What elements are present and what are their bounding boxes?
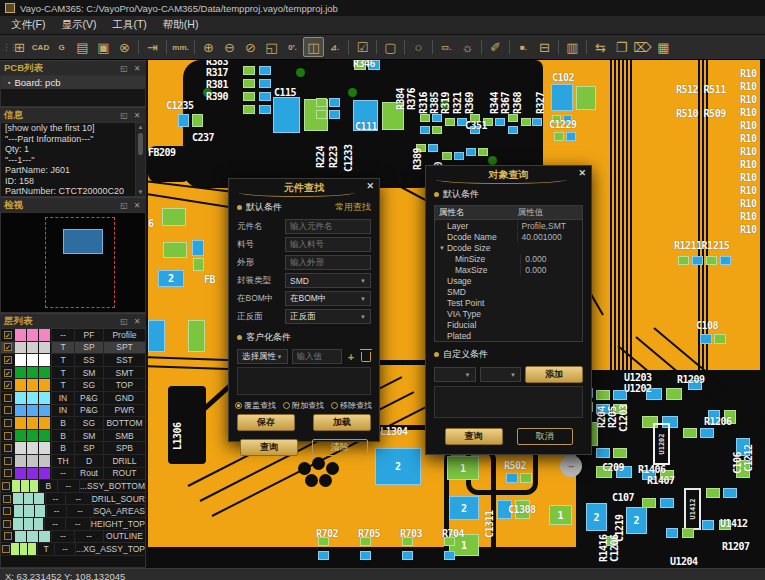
attribute-row[interactable]: MinSize0.000 <box>435 253 582 264</box>
layer-row-ssybottom[interactable]: B--...SSY_BOTTOM <box>1 480 145 493</box>
dialog-object-query[interactable]: 对象查询 ✕ 默认条件 属性名 属性值 LayerProfile,SMTDcod… <box>425 165 592 455</box>
draw-pen-icon[interactable]: ✐ <box>485 37 506 57</box>
float-panel-icon[interactable]: ◱ <box>119 201 129 210</box>
save-file-icon[interactable]: ▣ <box>93 37 114 57</box>
swap-compare-icon[interactable]: ⇆ <box>590 37 611 57</box>
value-input[interactable]: 输入值 <box>292 349 343 364</box>
light-bulb-icon[interactable]: ☼ <box>457 37 478 57</box>
dialog-title-bar[interactable]: 元件查找 ✕ <box>229 179 379 197</box>
pcb-component[interactable] <box>192 114 203 127</box>
layer-color-swatch[interactable] <box>15 354 52 366</box>
pcb-component[interactable] <box>678 256 689 265</box>
pcb-component[interactable] <box>243 105 255 114</box>
pcb-component[interactable] <box>318 551 329 560</box>
layer-row-drillsour[interactable]: ----DRILL_SOUR <box>1 493 145 506</box>
menu-item-t[interactable]: 工具(T) <box>104 16 154 34</box>
pcb-component[interactable]: 2 <box>158 270 184 287</box>
zoom-in-icon[interactable]: ⊕ <box>198 37 219 57</box>
checkbox-icon[interactable] <box>4 444 12 452</box>
select-circle-icon[interactable]: ○ <box>408 37 429 57</box>
pcb-component[interactable]: − <box>560 455 582 477</box>
layer-row-drill[interactable]: THDDRILL <box>1 455 145 468</box>
checkbox-icon[interactable] <box>4 457 12 465</box>
pcb-component[interactable] <box>445 118 455 126</box>
checkbox-icon[interactable]: ✓ <box>4 356 12 364</box>
pcb-component[interactable] <box>432 126 442 134</box>
query-button[interactable]: 查询 <box>240 439 298 456</box>
highlight-rect-icon[interactable]: ▭. <box>436 37 457 57</box>
pcb-component[interactable]: U1202 <box>653 423 670 465</box>
capture-view-icon[interactable]: ◫ <box>303 37 324 57</box>
pcb-component[interactable]: 2 <box>449 496 479 520</box>
clear-button[interactable]: 清除 <box>312 439 368 456</box>
pcb-component[interactable] <box>714 334 726 344</box>
checkbox-icon[interactable] <box>4 406 12 414</box>
pcb-component[interactable] <box>700 428 714 438</box>
attribute-row[interactable]: Dcode Name40.001000 <box>435 231 582 242</box>
pcb-component[interactable]: 2 <box>586 503 607 531</box>
dropdown-select[interactable]: 正反面▼ <box>285 309 371 324</box>
checkbox-icon[interactable] <box>2 482 10 490</box>
pcb-component[interactable] <box>316 110 327 119</box>
text-input[interactable]: 输入料号 <box>285 237 371 252</box>
pcb-component[interactable] <box>163 242 187 258</box>
pcb-component[interactable] <box>148 320 165 352</box>
layer-visibility-checkbox[interactable] <box>1 493 13 505</box>
pcb-component[interactable] <box>420 126 430 134</box>
pcb-component[interactable] <box>596 448 610 458</box>
close-icon[interactable]: ✕ <box>132 201 142 210</box>
layer-color-swatch[interactable] <box>13 493 46 505</box>
fill-rect-icon[interactable]: ■. <box>513 37 534 57</box>
expand-icon[interactable]: ▼ <box>439 245 445 251</box>
pcb-component[interactable] <box>692 256 703 265</box>
import-cad-icon[interactable]: CAD <box>30 37 51 57</box>
layer-row-spt[interactable]: ✓TSPSPT <box>1 342 145 355</box>
layer-visibility-checkbox[interactable] <box>1 468 15 480</box>
attribute-row[interactable]: LayerProfile,SMT <box>435 220 582 231</box>
menu-item-h[interactable]: 帮助(H) <box>155 16 207 34</box>
dialog-title-bar[interactable]: 对象查询 ✕ <box>426 166 591 184</box>
pcb-component[interactable] <box>259 79 271 88</box>
radio-icon[interactable] <box>283 402 290 409</box>
layer-color-swatch[interactable] <box>15 379 52 391</box>
layer-color-swatch[interactable] <box>15 430 52 442</box>
layer-visibility-checkbox[interactable] <box>1 405 15 417</box>
checkbox-icon[interactable] <box>3 520 11 528</box>
close-icon[interactable]: ✕ <box>578 168 586 178</box>
board-tree-item[interactable]: ▪ Board: pcb <box>1 76 145 89</box>
layer-color-swatch[interactable] <box>15 342 52 354</box>
pcb-component[interactable] <box>188 320 205 352</box>
grid-view-icon[interactable]: ▦ <box>653 37 674 57</box>
delete-object-icon[interactable]: ⌦ <box>632 37 653 57</box>
attribute-row[interactable]: Test Point <box>435 297 582 308</box>
pcb-component[interactable] <box>243 92 255 101</box>
custom-conditions-list[interactable] <box>434 386 583 418</box>
checkbox-icon[interactable] <box>4 469 12 477</box>
pcb-component[interactable] <box>666 528 678 538</box>
layer-visibility-checkbox[interactable] <box>1 543 11 555</box>
layer-row-profile[interactable]: ✓--PFProfile <box>1 329 145 342</box>
attribute-row[interactable]: Usage <box>435 275 582 286</box>
pcb-component[interactable] <box>660 498 674 508</box>
add-button[interactable]: 添加 <box>525 366 583 383</box>
measure-angle-icon[interactable]: ⊿. <box>324 37 345 57</box>
layer-color-swatch[interactable] <box>15 442 52 454</box>
dropdown-select[interactable]: SMD▼ <box>285 273 371 288</box>
pcb-component[interactable] <box>360 551 371 560</box>
pcb-component[interactable] <box>478 148 488 156</box>
close-icon[interactable]: ✕ <box>366 181 374 191</box>
pcb-component[interactable] <box>243 66 255 75</box>
pcb-component[interactable] <box>508 114 518 122</box>
scroll-up-icon[interactable]: ▲ <box>138 123 144 131</box>
cancel-button[interactable]: 取消 <box>517 428 573 445</box>
copy-object-icon[interactable]: ❐ <box>611 37 632 57</box>
checkbox-icon[interactable] <box>3 507 11 515</box>
pcb-component[interactable]: 1 <box>447 456 479 480</box>
layer-visibility-checkbox[interactable] <box>1 505 14 517</box>
layer-color-swatch[interactable] <box>15 417 52 429</box>
pcb-component[interactable] <box>259 66 271 75</box>
pcb-component[interactable] <box>683 428 697 438</box>
pcb-component[interactable] <box>506 473 518 483</box>
layer-visibility-checkbox[interactable]: ✓ <box>1 379 15 391</box>
layer-row-outline[interactable]: ----OUTLINE <box>1 531 145 544</box>
